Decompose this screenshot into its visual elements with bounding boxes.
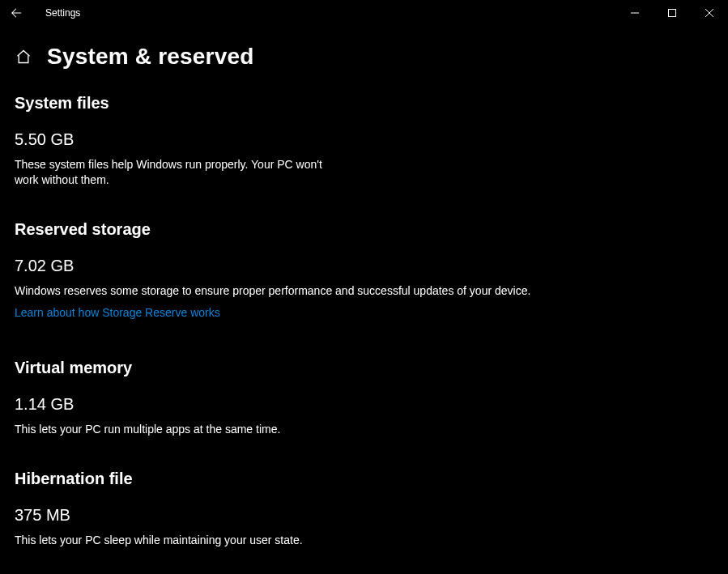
section-size: 375 MB bbox=[15, 506, 704, 525]
section-title: System files bbox=[15, 94, 704, 113]
section-description: This lets your PC run multiple apps at t… bbox=[15, 422, 533, 437]
titlebar: Settings bbox=[0, 0, 728, 26]
section-size: 5.50 GB bbox=[15, 130, 704, 149]
section-description: These system files help Windows run prop… bbox=[15, 157, 347, 188]
section-size: 1.14 GB bbox=[15, 395, 704, 414]
section-size: 7.02 GB bbox=[15, 257, 704, 275]
section-reserved-storage: Reserved storage 7.02 GB Windows reserve… bbox=[15, 220, 704, 320]
content-area: System & reserved System files 5.50 GB T… bbox=[0, 44, 728, 548]
back-button[interactable] bbox=[0, 0, 32, 26]
section-title: Virtual memory bbox=[15, 359, 704, 377]
home-icon[interactable] bbox=[15, 48, 32, 66]
maximize-button[interactable] bbox=[653, 0, 691, 26]
close-button[interactable] bbox=[691, 0, 728, 26]
section-hibernation-file: Hibernation file 375 MB This lets your P… bbox=[15, 470, 704, 548]
section-title: Hibernation file bbox=[15, 470, 704, 488]
window-controls bbox=[616, 0, 728, 26]
section-virtual-memory: Virtual memory 1.14 GB This lets your PC… bbox=[15, 359, 704, 437]
section-system-files: System files 5.50 GB These system files … bbox=[15, 94, 704, 188]
minimize-button[interactable] bbox=[616, 0, 653, 26]
section-description: This lets your PC sleep while maintainin… bbox=[15, 533, 533, 548]
window-title: Settings bbox=[45, 7, 80, 19]
section-title: Reserved storage bbox=[15, 220, 704, 239]
storage-reserve-link[interactable]: Learn about how Storage Reserve works bbox=[15, 306, 220, 319]
page-heading: System & reserved bbox=[47, 44, 254, 70]
svg-rect-1 bbox=[669, 10, 676, 17]
page-header: System & reserved bbox=[15, 44, 704, 70]
section-description: Windows reserves some storage to ensure … bbox=[15, 283, 533, 299]
